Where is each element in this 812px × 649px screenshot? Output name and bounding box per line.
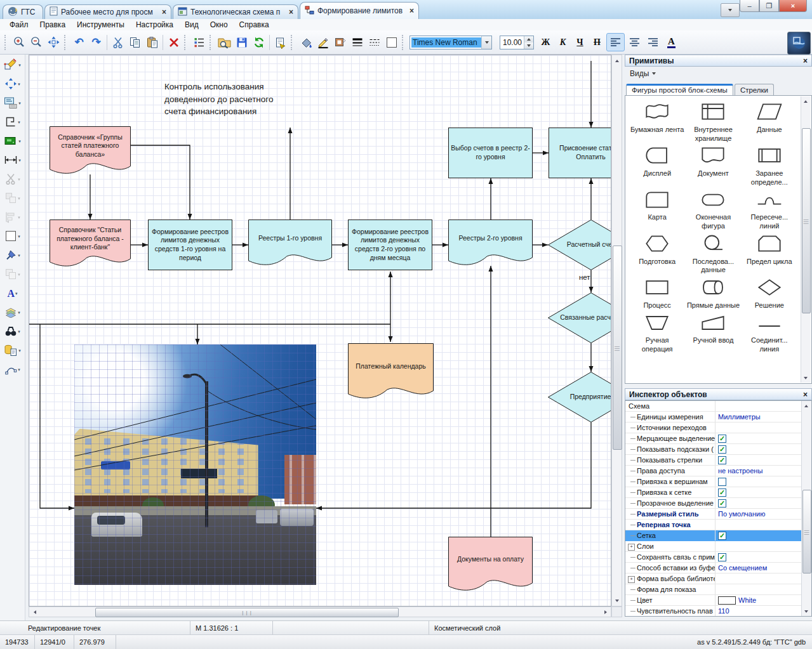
shape-data[interactable]: Данные [742,102,797,143]
maximize-button[interactable]: ❐ [759,0,779,12]
property-value[interactable]: ✓ [715,530,811,541]
shape-sequential-data[interactable]: Последова... данные [685,234,741,275]
primitives-tab-1[interactable]: Фигуры простой блок-схемы [626,84,733,95]
shape-connector-line[interactable]: Соединит... линия [742,313,797,354]
tools-button[interactable]: ▾ [1,247,24,264]
close-icon[interactable]: × [803,390,808,399]
measure-tool-button[interactable]: ▾ [1,152,24,169]
property-value[interactable]: ✓ [715,455,811,465]
inspector-row-8[interactable]: Привязка к вершинам [625,476,811,487]
shape-line-crossing[interactable]: Пересече... линий [742,190,797,231]
italic-button[interactable]: К [555,35,571,50]
inspector-row-3[interactable]: Источники переходов [625,423,811,433]
fill-color-button[interactable] [297,34,314,51]
underline-button[interactable]: Ч [572,35,588,50]
property-value[interactable] [715,401,811,411]
checkbox-checked-icon[interactable]: ✓ [718,488,726,497]
cut-tool-button[interactable]: ▾ [1,171,24,188]
inspector-row-5[interactable]: Показывать подсказки (✓ [625,444,811,455]
property-value[interactable] [715,423,811,433]
property-value[interactable]: Со смещением [715,563,811,573]
redo-button[interactable]: ↷ [88,34,105,51]
minimize-button[interactable]: – [740,0,759,12]
line-weight-button[interactable] [349,34,366,51]
property-value[interactable]: ✓ [715,433,811,443]
menu-Файл[interactable]: Файл [4,20,34,30]
clone-object-button[interactable]: ▾ [1,266,24,283]
spiral-tool-button[interactable]: ▾ [1,114,24,131]
fill-none-button[interactable] [383,34,400,51]
strikethrough-button[interactable]: П [589,35,605,50]
shape-internal-storage[interactable]: Внутреннее хранилище [685,102,741,143]
property-value[interactable]: 110 [715,606,811,616]
inspector-row-20[interactable]: Чувствительность плав110 [625,606,811,617]
property-value[interactable]: не настроены [715,466,811,476]
property-value[interactable] [715,476,811,487]
menu-Правка[interactable]: Правка [34,20,72,30]
font-color-button[interactable]: A [663,34,680,51]
db-export-button[interactable]: ▾ [1,343,24,359]
spinner-arrows[interactable] [524,36,533,49]
checkbox-checked-icon[interactable]: ✓ [718,532,726,540]
property-value[interactable] [715,574,811,584]
node-edit-button[interactable]: ▾ [1,362,24,378]
align-left-button[interactable] [606,33,625,51]
property-value[interactable]: ✓ [715,498,811,508]
shape-map[interactable]: Карта [629,190,685,231]
inspector-row-11[interactable]: Размерный стильПо умолчанию [625,509,811,520]
shape-document[interactable]: Документ [685,146,741,187]
font-size-spinner[interactable]: 10.00 [500,36,534,49]
inspector-row-7[interactable]: Права доступане настроены [625,466,811,476]
layers-button[interactable]: ▾ [1,305,24,321]
inspector-row-2[interactable]: Единицы измеренияМиллиметры [625,412,811,423]
connector-15[interactable] [316,423,591,508]
shape-paper-tape[interactable]: Бумажная лента [629,102,685,143]
tab-list-dropdown-button[interactable] [721,3,740,17]
find-button[interactable]: ▾ [1,324,24,340]
inspector-row-19[interactable]: ЦветWhite [625,595,811,606]
inspector-row-4[interactable]: Мерцающее выделение✓ [625,433,811,444]
palette-scrollbar[interactable]: ——— [801,96,811,383]
property-value[interactable]: ✓ [715,552,811,562]
views-dropdown[interactable]: Виды [625,67,812,81]
zoom-in-button[interactable] [11,34,28,51]
shape-loop-limit[interactable]: Предел цикла [742,234,797,275]
inspector-row-12[interactable]: Реперная точка [625,520,811,530]
connector-18[interactable] [40,324,74,508]
font-family-combo[interactable]: Times New Roman [409,36,492,49]
close-icon[interactable]: × [409,6,414,15]
menu-Инструменты[interactable]: Инструменты [71,20,130,30]
delete-button[interactable] [165,34,182,51]
window-tab-2[interactable]: Рабочее место для просм× [44,4,171,19]
shape-terminator[interactable]: Оконечная фигура [685,190,741,231]
inspector-row-18[interactable]: Форма для показа [625,584,811,595]
menu-Вид[interactable]: Вид [179,20,204,30]
form-screen-button[interactable]: ▾ [1,95,24,112]
shape-direct-data[interactable]: Прямые данные [685,278,741,310]
align-objects-button[interactable]: ▾ [1,209,24,226]
copy-button[interactable] [126,34,143,51]
align-center-button[interactable] [626,34,643,51]
window-tab-1[interactable]: ГТС [3,4,43,19]
inspector-row-10[interactable]: Прозрачное выделение✓ [625,498,811,509]
shape-preparation[interactable]: Подготовка [629,234,685,275]
shape-manual-operation[interactable]: Ручная операция [629,313,685,354]
property-value[interactable]: ✓ [715,444,811,454]
window-tab-4[interactable]: Формирование лимитов× [300,2,419,19]
connector-2[interactable] [131,145,190,220]
property-value[interactable]: По умолчанию [715,509,811,519]
expand-icon[interactable]: + [628,544,635,551]
inspector-row-17[interactable]: +Форма выбора библиоте [625,574,811,584]
shape-manual-input[interactable]: Ручной ввод [685,313,741,354]
close-button[interactable]: × [779,0,807,12]
shape-predefined[interactable]: Заранее определе... [742,146,797,187]
text-tool-button[interactable]: A▾ [1,285,24,302]
property-value[interactable] [715,541,811,551]
close-icon[interactable]: × [162,8,166,16]
canvas-vertical-scrollbar[interactable]: ——— [611,55,622,606]
refresh-button[interactable] [250,34,267,51]
checkbox-checked-icon[interactable]: ✓ [718,435,726,443]
checkbox-checked-icon[interactable]: ✓ [718,553,726,561]
pattern-button[interactable] [331,34,349,51]
inspector-row-16[interactable]: Способ вставки из буфеСо смещением [625,563,811,574]
